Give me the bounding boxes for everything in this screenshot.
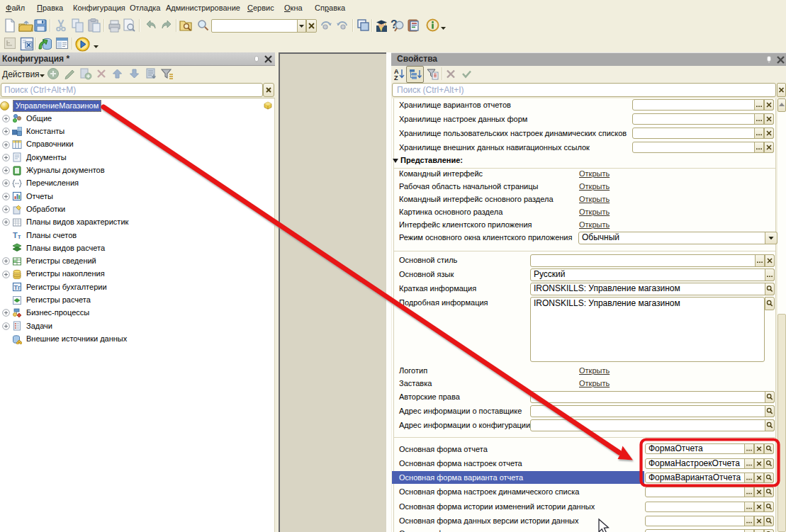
svg-text:Т: Т [13,231,18,239]
svg-text:Z: Z [394,74,398,81]
svg-text:Тг: Тг [14,284,21,291]
svg-text:т: т [18,233,21,240]
